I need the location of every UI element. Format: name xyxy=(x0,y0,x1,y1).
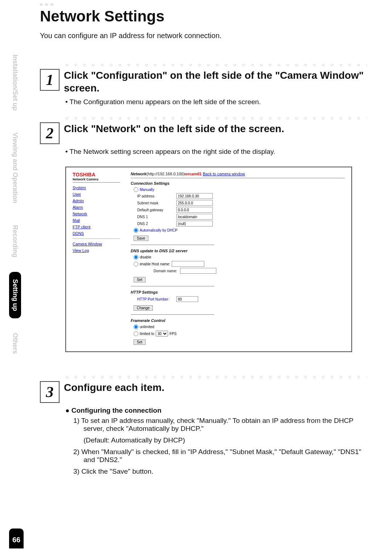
radio-dns-enable-label: enable Host name: xyxy=(140,262,170,266)
input-dns2[interactable] xyxy=(176,221,213,227)
divider-dots: ○ ○ ○ ○ ○ ○ ○ ○ ○ ○ ○ ○ ○ ○ ○ ○ ○ ○ ○ ○ … xyxy=(65,115,367,121)
radio-dns-disable[interactable] xyxy=(134,255,138,260)
step-3-item-1: 1) To set an IP address manually, check … xyxy=(73,417,367,433)
step-3-item-3: 3) Click the "Save" button. xyxy=(73,468,367,476)
step-2-number: 2 xyxy=(40,122,60,144)
step-3: ○ ○ ○ ○ ○ ○ ○ ○ ○ ○ ○ ○ ○ ○ ○ ○ ○ ○ ○ ○ … xyxy=(40,374,367,476)
crumb-host: wrcam01 xyxy=(185,172,202,176)
save-button[interactable]: Save xyxy=(134,236,148,241)
tab-others[interactable]: Others xyxy=(9,326,21,361)
ss-sidebar: TOSHIBA Network Camera System User Admin… xyxy=(73,172,120,345)
nav-ftp[interactable]: FTP client xyxy=(73,225,120,229)
page-title: Network Settings xyxy=(40,8,367,25)
step-3-item-2: 2) When "Manually" is checked, fill in "… xyxy=(73,448,367,464)
radio-fps-unlimited-label: unlimited xyxy=(140,325,154,329)
input-gateway[interactable] xyxy=(176,207,213,213)
back-link[interactable]: Back to camera window xyxy=(203,172,245,176)
crumb-url: (http://192.168.0.100) xyxy=(146,172,184,176)
label-mask: Subnet mask xyxy=(137,201,173,205)
step-3-number: 3 xyxy=(40,381,60,403)
section-dns-update: DNS update to DNS 1/2 server xyxy=(131,249,345,253)
step-3-item-1-default: (Default: Automatically by DHCP) xyxy=(73,436,367,444)
select-fps[interactable]: 30 xyxy=(156,331,168,336)
ss-main: Network(http://192.168.0.100)wrcam01 Bac… xyxy=(131,172,345,345)
set-fps-button[interactable]: Set xyxy=(134,339,146,345)
label-domain: Domain name: xyxy=(137,269,177,273)
side-tabs: Installation/Set up Viewing and Operatio… xyxy=(9,47,24,468)
step-3-subheading: Configuring the connection xyxy=(65,407,367,415)
intro-text: You can configure an IP address for netw… xyxy=(40,32,367,40)
radio-fps-limited[interactable] xyxy=(134,331,138,336)
section-connection: Connection Settings xyxy=(131,181,345,185)
label-gateway: Default gateway xyxy=(137,208,173,212)
radio-dns-enable[interactable] xyxy=(134,262,138,266)
radio-dhcp-label: Automatically by DHCP xyxy=(140,228,177,232)
page-content: ○ ○ ○ Network Settings You can configure… xyxy=(40,2,367,479)
step-3-title: Configure each item. xyxy=(64,381,367,394)
breadcrumb: Network(http://192.168.0.100)wrcam01 Bac… xyxy=(131,172,345,178)
radio-dns-disable-label: disable xyxy=(140,255,151,259)
network-settings-screenshot: TOSHIBA Network Camera System User Admin… xyxy=(65,167,352,352)
brand-subtitle: Network Camera xyxy=(73,177,120,183)
step-1-bullet: The Configuration menu appears on the le… xyxy=(65,98,367,106)
label-dns2: DNS 2 xyxy=(137,222,173,226)
tab-viewing[interactable]: Viewing and Operation xyxy=(9,125,21,211)
radio-fps-limited-pre: limited to xyxy=(140,332,154,336)
tab-recording[interactable]: Recording xyxy=(9,218,21,265)
label-http-port: HTTP Port Number: xyxy=(137,297,173,301)
step-1: ○ ○ ○ ○ ○ ○ ○ ○ ○ ○ ○ ○ ○ ○ ○ ○ ○ ○ ○ ○ … xyxy=(40,62,367,106)
divider-dots: ○ ○ ○ ○ ○ ○ ○ ○ ○ ○ ○ ○ ○ ○ ○ ○ ○ ○ ○ ○ … xyxy=(65,374,367,380)
divider-dots: ○ ○ ○ ○ ○ ○ ○ ○ ○ ○ ○ ○ ○ ○ ○ ○ ○ ○ ○ ○ … xyxy=(65,62,367,68)
change-button[interactable]: Change xyxy=(134,305,153,311)
nav-alarm[interactable]: Alarm xyxy=(73,205,120,209)
tab-installation[interactable]: Installation/Set up xyxy=(9,47,21,118)
brand-logo: TOSHIBA xyxy=(73,172,120,177)
label-ip: IP address xyxy=(137,194,173,198)
radio-manually-label: Manually xyxy=(140,188,154,192)
tab-setting-up[interactable]: Setting up xyxy=(9,272,21,318)
nav-mail[interactable]: Mail xyxy=(73,218,120,223)
input-mask[interactable] xyxy=(176,200,213,206)
section-http: HTTP Settings xyxy=(131,290,345,294)
section-framerate: Framerate Control xyxy=(131,318,345,323)
set-button[interactable]: Set xyxy=(134,277,146,282)
step-1-title: Click "Configuration" on the left side o… xyxy=(64,69,367,94)
input-host-name[interactable] xyxy=(172,261,204,267)
nav-camera-window[interactable]: Camera Window xyxy=(73,242,120,246)
page-number: 66 xyxy=(9,529,24,548)
step-2: ○ ○ ○ ○ ○ ○ ○ ○ ○ ○ ○ ○ ○ ○ ○ ○ ○ ○ ○ ○ … xyxy=(40,115,367,352)
nav-view-log[interactable]: View Log xyxy=(73,248,120,253)
radio-fps-limited-post: FPS xyxy=(170,332,176,336)
input-ip[interactable] xyxy=(176,193,213,199)
step-1-number: 1 xyxy=(40,69,60,91)
nav-system[interactable]: System xyxy=(73,185,120,190)
step-2-title: Click "Network" on the left side of the … xyxy=(64,122,367,135)
input-domain[interactable] xyxy=(180,268,216,274)
nav-user[interactable]: User xyxy=(73,192,120,196)
label-dns1: DNS 1 xyxy=(137,215,173,219)
radio-fps-unlimited[interactable] xyxy=(134,325,138,329)
title-decoration: ○ ○ ○ xyxy=(40,2,367,7)
input-dns1[interactable] xyxy=(176,214,213,220)
nav-ddns[interactable]: DDNS xyxy=(73,231,120,236)
input-http-port[interactable] xyxy=(176,296,198,302)
crumb-section: Network xyxy=(131,172,146,176)
radio-dhcp[interactable] xyxy=(134,228,138,233)
radio-manually[interactable] xyxy=(134,187,138,192)
nav-admin[interactable]: Admin xyxy=(73,199,120,203)
nav-network[interactable]: Network xyxy=(73,212,120,216)
step-2-bullet: The Network setting screen appears on th… xyxy=(65,148,367,156)
